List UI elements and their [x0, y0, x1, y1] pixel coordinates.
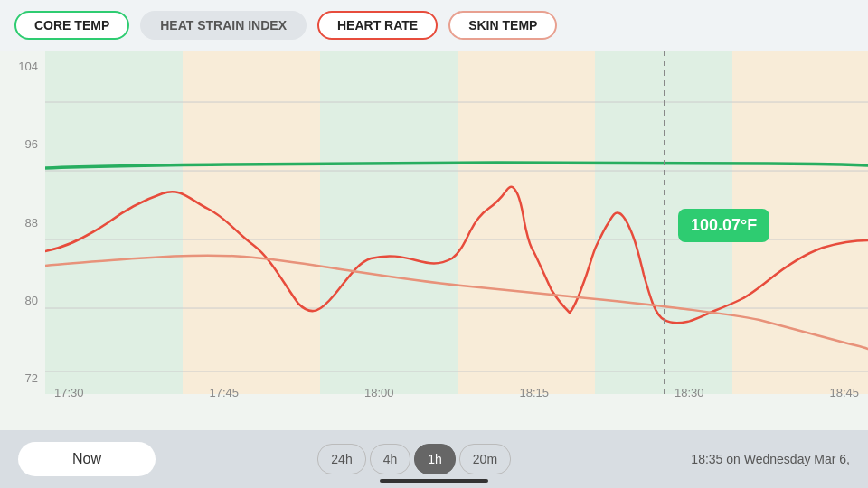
x-label-1745: 17:45 [209, 386, 239, 399]
x-label-1830: 18:30 [675, 386, 704, 399]
tab-skin-temp[interactable]: SKIN TEMP [448, 11, 557, 40]
now-button[interactable]: Now [18, 442, 156, 476]
tab-heat-strain[interactable]: HEAT STRAIN INDEX [140, 11, 307, 40]
x-label-1845: 18:45 [829, 386, 859, 399]
time-btn-1h[interactable]: 1h [414, 444, 456, 474]
time-controls: 24h 4h 1h 20m [317, 444, 511, 474]
home-indicator [380, 479, 488, 483]
tab-core-temp[interactable]: CORE TEMP [14, 11, 129, 40]
tooltip-box: 100.07°F [678, 209, 769, 242]
x-axis: 17:30 17:45 18:00 18:15 18:30 18:45 [45, 381, 868, 403]
x-label-1730: 17:30 [54, 386, 84, 399]
y-label-80: 80 [4, 294, 38, 307]
x-label-1815: 18:15 [519, 386, 549, 399]
y-label-104: 104 [4, 60, 38, 73]
tooltip-value: 100.07°F [691, 216, 757, 234]
time-btn-24h[interactable]: 24h [317, 444, 365, 474]
y-label-72: 72 [4, 371, 38, 385]
chart-area: 104 96 88 80 72 [0, 51, 868, 430]
timestamp: 18:35 on Wednesday Mar 6, [691, 452, 850, 466]
tab-bar: CORE TEMP HEAT STRAIN INDEX HEART RATE S… [0, 0, 868, 51]
tab-heart-rate[interactable]: HEART RATE [317, 11, 438, 40]
x-label-1800: 18:00 [364, 386, 394, 399]
y-axis: 104 96 88 80 72 [0, 51, 45, 394]
time-btn-20m[interactable]: 20m [459, 444, 511, 474]
y-label-88: 88 [4, 216, 38, 230]
time-btn-4h[interactable]: 4h [370, 444, 411, 474]
y-label-96: 96 [4, 137, 38, 151]
